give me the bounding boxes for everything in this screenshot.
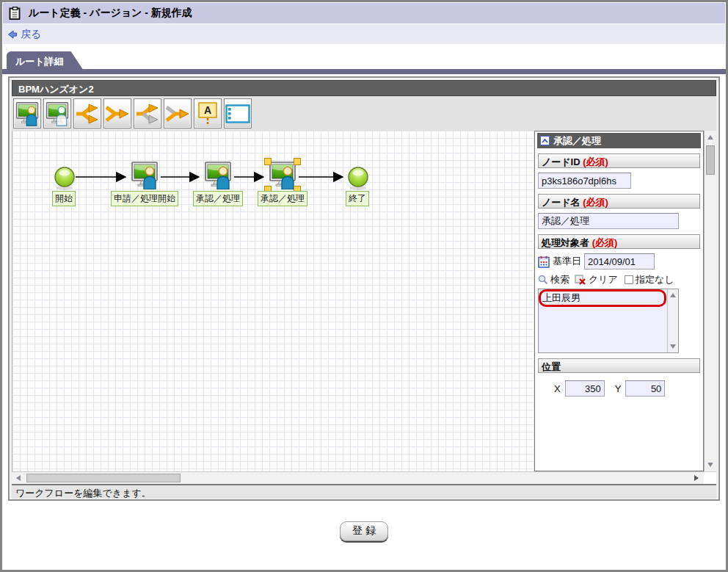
scrollbar-corner — [704, 472, 716, 484]
section-node-name: ノード名 (必須) — [538, 194, 700, 209]
horizontal-scroll-thumb[interactable] — [26, 474, 181, 482]
section-position: 位置 — [538, 358, 700, 373]
node-id-required: (必須) — [583, 156, 608, 167]
branch-join-button[interactable] — [103, 98, 131, 128]
back-label: 戻る — [21, 28, 41, 41]
target-required: (必須) — [592, 237, 618, 248]
list-item-user[interactable]: 上田辰男 — [539, 289, 678, 307]
register-button[interactable]: 登 録 — [340, 521, 388, 541]
node-task-2[interactable] — [203, 162, 233, 192]
node-end[interactable] — [347, 167, 369, 193]
workflow-canvas[interactable]: 開始 申請／処理開始 — [12, 131, 534, 471]
y-label: Y — [615, 383, 622, 394]
node-name-input[interactable] — [538, 213, 679, 229]
node-start[interactable] — [54, 167, 76, 193]
annotation-button[interactable]: A — [194, 98, 222, 128]
selection-handle[interactable] — [294, 158, 301, 165]
conditional-split-icon — [136, 104, 159, 124]
section-node-id: ノードID (必須) — [538, 153, 700, 168]
node-task-3-selected[interactable] — [268, 162, 297, 192]
list-scrollbar[interactable] — [667, 289, 678, 352]
conditional-join-icon — [166, 104, 189, 124]
target-user-list[interactable]: 上田辰男 — [538, 289, 679, 353]
scroll-down-icon[interactable] — [707, 463, 713, 467]
phase-button[interactable] — [224, 98, 252, 128]
editor-content: 開始 申請／処理開始 — [12, 131, 716, 471]
clear-icon[interactable] — [575, 275, 586, 286]
app-window: ルート定義 - バージョン - 新規作成 戻る ルート詳細 BPMハンズオン2 — [0, 0, 728, 572]
none-checkbox[interactable] — [625, 275, 633, 284]
position-label: 位置 — [542, 361, 561, 372]
node-task-1[interactable] — [130, 162, 159, 192]
workflow-title: BPMハンズオン2 — [12, 80, 716, 96]
vertical-scroll-thumb[interactable] — [706, 145, 715, 175]
section-target: 処理対象者 (必須) — [538, 234, 700, 249]
conditional-split-button[interactable] — [134, 98, 161, 128]
back-button[interactable]: 戻る — [7, 28, 41, 41]
node-name-label: ノード名 — [542, 197, 580, 208]
scroll-left-icon[interactable] — [16, 475, 21, 481]
node-task-1-label: 申請／処理開始 — [111, 191, 178, 206]
annotation-glyph: A — [204, 104, 211, 116]
clipboard-icon — [9, 7, 21, 21]
target-label: 処理対象者 — [542, 237, 589, 248]
node-id-input[interactable] — [538, 173, 631, 189]
horizontal-scrollbar[interactable] — [12, 471, 716, 484]
branch-split-button[interactable] — [73, 98, 101, 128]
toolbar: A — [12, 96, 716, 131]
y-input[interactable] — [625, 380, 665, 397]
scroll-down-icon[interactable] — [670, 344, 676, 349]
base-date-label: 基準日 — [553, 255, 581, 268]
back-arrow-icon — [7, 30, 18, 39]
dynamic-user-task-icon — [45, 101, 70, 126]
annotation-icon: A — [197, 101, 219, 126]
panel-title: 承認／処理 — [553, 134, 601, 148]
editor-frame: BPMハンズオン2 — [8, 76, 720, 501]
scroll-right-icon[interactable] — [694, 475, 699, 481]
scroll-up-icon[interactable] — [707, 135, 713, 140]
phase-icon — [225, 104, 250, 123]
x-label: X — [554, 383, 561, 394]
search-icon[interactable] — [538, 275, 548, 285]
tab-route-detail[interactable]: ルート詳細 — [7, 51, 83, 69]
tab-row: ルート詳細 — [7, 51, 726, 69]
node-end-label: 終了 — [346, 191, 369, 206]
none-label: 指定なし — [636, 273, 674, 286]
node-task-3-label: 承認／処理 — [258, 191, 307, 206]
branch-join-icon — [106, 104, 129, 124]
status-bar: ワークフローを編集できます。 — [12, 484, 716, 499]
dynamic-user-task-button[interactable] — [43, 98, 71, 128]
branch-split-icon — [76, 104, 99, 124]
x-input[interactable] — [565, 380, 605, 397]
scroll-up-icon[interactable] — [670, 293, 676, 297]
properties-panel: 承認／処理 ノードID (必須) ノード名 (必須) 処理対象者 — [534, 131, 704, 471]
collapse-icon[interactable] — [540, 136, 550, 145]
user-task-icon — [15, 101, 40, 126]
conditional-join-button[interactable] — [164, 98, 192, 128]
panel-header: 承認／処理 — [537, 133, 701, 148]
user-task-button[interactable] — [13, 98, 41, 128]
node-start-label: 開始 — [52, 191, 76, 206]
clear-link[interactable]: クリア — [589, 273, 618, 286]
title-bar: ルート定義 - バージョン - 新規作成 — [3, 3, 725, 23]
vertical-scrollbar[interactable] — [704, 131, 716, 471]
footer: 登 録 — [2, 501, 726, 541]
node-task-2-label: 承認／処理 — [193, 191, 243, 206]
page-title: ルート定義 - バージョン - 新規作成 — [29, 7, 192, 20]
selection-handle[interactable] — [264, 158, 272, 165]
node-name-required: (必須) — [583, 197, 608, 208]
tab-underline — [2, 69, 726, 74]
calendar-icon[interactable] — [538, 256, 550, 268]
node-id-label: ノードID — [542, 156, 580, 167]
base-date-input[interactable] — [584, 253, 655, 269]
search-link[interactable]: 検索 — [550, 273, 569, 286]
back-bar: 戻る — [3, 24, 725, 44]
